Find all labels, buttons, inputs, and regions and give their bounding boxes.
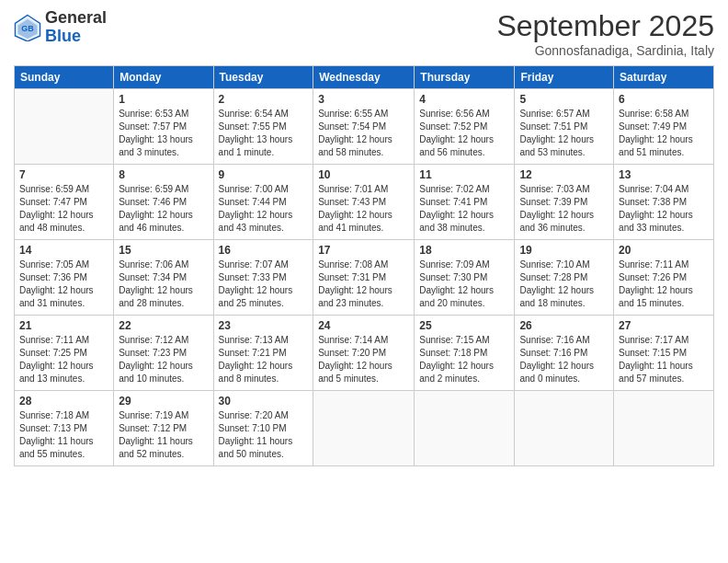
calendar-cell: 27 Sunrise: 7:17 AMSunset: 7:15 PMDaylig… [614, 316, 714, 391]
day-info: Sunrise: 6:55 AMSunset: 7:54 PMDaylight:… [318, 108, 409, 159]
day-number: 21 [19, 319, 108, 332]
day-number: 29 [119, 395, 208, 408]
day-info: Sunrise: 6:59 AMSunset: 7:47 PMDaylight:… [19, 183, 108, 235]
day-number: 30 [219, 395, 309, 408]
calendar-cell [415, 391, 515, 466]
day-info: Sunrise: 7:09 AMSunset: 7:30 PMDaylight:… [419, 259, 509, 310]
calendar-week-row: 21 Sunrise: 7:11 AMSunset: 7:25 PMDaylig… [15, 316, 714, 391]
day-number: 22 [119, 319, 208, 332]
day-number: 20 [619, 244, 709, 257]
day-number: 1 [119, 93, 208, 106]
day-info: Sunrise: 7:14 AMSunset: 7:20 PMDaylight:… [318, 334, 409, 385]
day-number: 4 [419, 93, 509, 106]
calendar-cell [313, 391, 415, 466]
calendar-cell: 20 Sunrise: 7:11 AMSunset: 7:26 PMDaylig… [614, 240, 714, 316]
calendar-cell: 21 Sunrise: 7:11 AMSunset: 7:25 PMDaylig… [15, 316, 114, 391]
day-number: 8 [119, 168, 208, 181]
col-saturday: Saturday [614, 66, 714, 89]
day-info: Sunrise: 7:19 AMSunset: 7:12 PMDaylight:… [119, 409, 208, 461]
day-info: Sunrise: 7:12 AMSunset: 7:23 PMDaylight:… [119, 334, 208, 385]
day-number: 6 [619, 93, 709, 106]
day-number: 13 [619, 168, 709, 181]
logo: GB General Blue [14, 9, 107, 46]
calendar-cell: 1 Sunrise: 6:53 AMSunset: 7:57 PMDayligh… [114, 89, 213, 165]
calendar-cell: 17 Sunrise: 7:08 AMSunset: 7:31 PMDaylig… [313, 240, 415, 316]
day-number: 26 [519, 319, 609, 332]
day-info: Sunrise: 6:59 AMSunset: 7:46 PMDaylight:… [119, 183, 208, 235]
day-number: 23 [219, 319, 309, 332]
day-info: Sunrise: 6:54 AMSunset: 7:55 PMDaylight:… [219, 108, 309, 159]
calendar-week-row: 7 Sunrise: 6:59 AMSunset: 7:47 PMDayligh… [15, 165, 714, 240]
day-number: 27 [619, 319, 709, 332]
day-info: Sunrise: 7:15 AMSunset: 7:18 PMDaylight:… [419, 334, 509, 385]
title-block: September 2025 Gonnosfanadiga, Sardinia,… [496, 9, 714, 58]
day-number: 24 [318, 319, 409, 332]
day-info: Sunrise: 7:03 AMSunset: 7:39 PMDaylight:… [519, 183, 609, 235]
logo-general: General [45, 8, 107, 27]
col-tuesday: Tuesday [213, 66, 313, 89]
day-number: 5 [519, 93, 609, 106]
day-number: 15 [119, 244, 208, 257]
calendar-table: Sunday Monday Tuesday Wednesday Thursday… [14, 65, 714, 466]
calendar-cell: 7 Sunrise: 6:59 AMSunset: 7:47 PMDayligh… [15, 165, 114, 240]
calendar-cell: 30 Sunrise: 7:20 AMSunset: 7:10 PMDaylig… [213, 391, 313, 466]
calendar-cell: 26 Sunrise: 7:16 AMSunset: 7:16 PMDaylig… [515, 316, 614, 391]
calendar-cell: 12 Sunrise: 7:03 AMSunset: 7:39 PMDaylig… [515, 165, 614, 240]
calendar-cell [15, 89, 114, 165]
calendar-cell: 15 Sunrise: 7:06 AMSunset: 7:34 PMDaylig… [114, 240, 213, 316]
logo-text: General Blue [45, 9, 107, 46]
day-number: 16 [219, 244, 309, 257]
day-info: Sunrise: 7:08 AMSunset: 7:31 PMDaylight:… [318, 259, 409, 310]
day-info: Sunrise: 7:17 AMSunset: 7:15 PMDaylight:… [619, 334, 709, 385]
day-info: Sunrise: 7:01 AMSunset: 7:43 PMDaylight:… [318, 183, 409, 235]
logo-icon: GB [14, 14, 41, 41]
calendar-cell [515, 391, 614, 466]
day-info: Sunrise: 7:10 AMSunset: 7:28 PMDaylight:… [519, 259, 609, 310]
day-info: Sunrise: 6:56 AMSunset: 7:52 PMDaylight:… [419, 108, 509, 159]
day-number: 17 [318, 244, 409, 257]
day-number: 10 [318, 168, 409, 181]
calendar-cell: 3 Sunrise: 6:55 AMSunset: 7:54 PMDayligh… [313, 89, 415, 165]
col-sunday: Sunday [15, 66, 114, 89]
calendar-cell: 19 Sunrise: 7:10 AMSunset: 7:28 PMDaylig… [515, 240, 614, 316]
calendar-page: GB General Blue September 2025 Gonnosfan… [0, 0, 728, 563]
calendar-week-row: 14 Sunrise: 7:05 AMSunset: 7:36 PMDaylig… [15, 240, 714, 316]
col-wednesday: Wednesday [313, 66, 415, 89]
location: Gonnosfanadiga, Sardinia, Italy [496, 43, 714, 58]
day-number: 25 [419, 319, 509, 332]
day-number: 7 [19, 168, 108, 181]
day-info: Sunrise: 7:20 AMSunset: 7:10 PMDaylight:… [219, 409, 309, 461]
svg-text:GB: GB [21, 24, 34, 33]
day-number: 19 [519, 244, 609, 257]
day-number: 18 [419, 244, 509, 257]
calendar-cell: 18 Sunrise: 7:09 AMSunset: 7:30 PMDaylig… [415, 240, 515, 316]
day-info: Sunrise: 7:00 AMSunset: 7:44 PMDaylight:… [219, 183, 309, 235]
calendar-week-row: 1 Sunrise: 6:53 AMSunset: 7:57 PMDayligh… [15, 89, 714, 165]
day-info: Sunrise: 6:58 AMSunset: 7:49 PMDaylight:… [619, 108, 709, 159]
calendar-week-row: 28 Sunrise: 7:18 AMSunset: 7:13 PMDaylig… [15, 391, 714, 466]
day-number: 3 [318, 93, 409, 106]
day-number: 28 [19, 395, 108, 408]
day-info: Sunrise: 6:53 AMSunset: 7:57 PMDaylight:… [119, 108, 208, 159]
calendar-cell: 23 Sunrise: 7:13 AMSunset: 7:21 PMDaylig… [213, 316, 313, 391]
day-info: Sunrise: 7:11 AMSunset: 7:25 PMDaylight:… [19, 334, 108, 385]
day-number: 2 [219, 93, 309, 106]
day-info: Sunrise: 7:13 AMSunset: 7:21 PMDaylight:… [219, 334, 309, 385]
calendar-cell: 13 Sunrise: 7:04 AMSunset: 7:38 PMDaylig… [614, 165, 714, 240]
calendar-cell: 10 Sunrise: 7:01 AMSunset: 7:43 PMDaylig… [313, 165, 415, 240]
day-number: 9 [219, 168, 309, 181]
col-friday: Friday [515, 66, 614, 89]
calendar-cell: 28 Sunrise: 7:18 AMSunset: 7:13 PMDaylig… [15, 391, 114, 466]
calendar-cell: 24 Sunrise: 7:14 AMSunset: 7:20 PMDaylig… [313, 316, 415, 391]
calendar-cell: 16 Sunrise: 7:07 AMSunset: 7:33 PMDaylig… [213, 240, 313, 316]
calendar-cell: 4 Sunrise: 6:56 AMSunset: 7:52 PMDayligh… [415, 89, 515, 165]
day-info: Sunrise: 7:06 AMSunset: 7:34 PMDaylight:… [119, 259, 208, 310]
calendar-cell: 5 Sunrise: 6:57 AMSunset: 7:51 PMDayligh… [515, 89, 614, 165]
calendar-cell: 8 Sunrise: 6:59 AMSunset: 7:46 PMDayligh… [114, 165, 213, 240]
calendar-cell: 11 Sunrise: 7:02 AMSunset: 7:41 PMDaylig… [415, 165, 515, 240]
col-monday: Monday [114, 66, 213, 89]
calendar-cell: 9 Sunrise: 7:00 AMSunset: 7:44 PMDayligh… [213, 165, 313, 240]
header: GB General Blue September 2025 Gonnosfan… [14, 9, 714, 58]
day-info: Sunrise: 7:04 AMSunset: 7:38 PMDaylight:… [619, 183, 709, 235]
day-info: Sunrise: 7:07 AMSunset: 7:33 PMDaylight:… [219, 259, 309, 310]
